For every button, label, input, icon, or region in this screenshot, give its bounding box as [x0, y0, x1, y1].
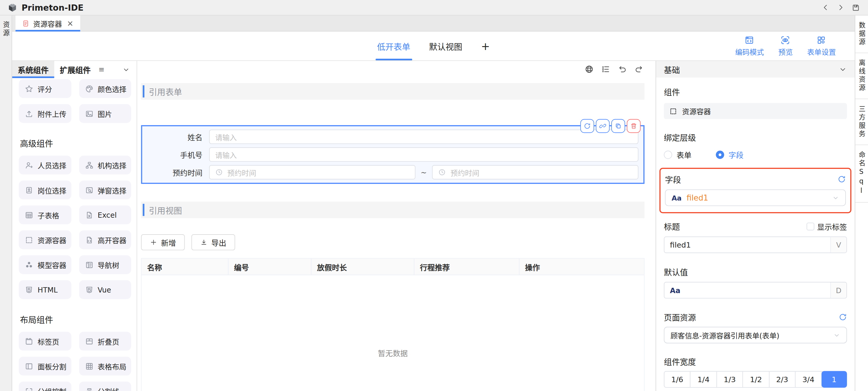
width-option-3/4[interactable]: 3/4: [796, 371, 822, 387]
radio-label: 表单: [677, 149, 692, 160]
side-strip-label: 离线资源: [857, 59, 867, 92]
component-chip[interactable]: 颜色选择: [79, 79, 131, 98]
component-chip-label: 折叠页: [97, 336, 119, 346]
outline-tree-icon[interactable]: [601, 65, 610, 74]
forward-icon[interactable]: [836, 3, 845, 11]
component-chip-label: 分割线: [97, 386, 119, 391]
binding-radio-字段[interactable]: 字段: [716, 149, 744, 160]
component-chip[interactable]: Excel: [79, 205, 131, 224]
binding-radio-表单[interactable]: 表单: [664, 149, 692, 160]
component-chip[interactable]: HTML: [19, 280, 71, 299]
radio-icon[interactable]: [716, 150, 724, 159]
component-chip[interactable]: 标签页: [19, 332, 71, 351]
width-option-1/2[interactable]: 1/2: [743, 371, 769, 387]
export-button[interactable]: 导出: [191, 234, 235, 250]
time-end-input[interactable]: 预约时间: [432, 165, 639, 179]
component-chip[interactable]: 机构选择: [79, 156, 131, 174]
document-tabstrip: 资源容器 ×: [12, 16, 855, 31]
field-select[interactable]: Aa filed1: [665, 189, 846, 206]
title-input-group: filed1 V: [664, 236, 847, 253]
radio-icon[interactable]: [664, 150, 672, 159]
tab-low-code-form[interactable]: 低开表单: [377, 32, 410, 60]
component-chip[interactable]: 表格布局: [79, 357, 131, 375]
toolbar-action-grid-gear[interactable]: 表单设置: [807, 35, 836, 57]
nav-tree-icon: [85, 260, 93, 269]
component-chip[interactable]: 评分: [19, 79, 71, 98]
component-chip[interactable]: Vue: [79, 280, 131, 299]
referenced-view-section-header[interactable]: 引用视图: [141, 202, 644, 218]
show-label-checkbox-group[interactable]: 显示标签: [807, 221, 847, 231]
refresh-fields-icon[interactable]: [838, 175, 846, 184]
component-chip[interactable]: 人员选择: [19, 156, 71, 174]
collapse-palette-icon[interactable]: [122, 66, 130, 73]
palette-icon: [85, 85, 93, 93]
side-strip-item[interactable]: 离线资源: [855, 53, 868, 99]
globe-icon[interactable]: [585, 65, 593, 74]
width-option-2/3[interactable]: 2/3: [769, 371, 796, 387]
referenced-view-title: 引用视图: [149, 204, 182, 216]
toolbar-action-eye-scan[interactable]: 预览: [778, 35, 793, 57]
copy-button[interactable]: [611, 119, 625, 133]
time-start-input[interactable]: 预约时间: [209, 165, 415, 179]
name-input[interactable]: 请输入: [209, 130, 639, 144]
show-label-checkbox[interactable]: [807, 222, 814, 230]
palette-menu-icon[interactable]: ≡: [96, 61, 107, 78]
side-strip-item[interactable]: 三方服务: [855, 99, 868, 145]
component-chip[interactable]: 弹窗选择: [79, 180, 131, 199]
toolbar-action-code-window[interactable]: 编码模式: [735, 35, 764, 57]
width-option-1/6[interactable]: 1/6: [664, 371, 691, 387]
redo-icon[interactable]: [634, 65, 644, 74]
component-chip[interactable]: 模型容器: [19, 255, 71, 274]
close-tab-icon[interactable]: ×: [67, 20, 73, 27]
tab-system-components[interactable]: 系统组件: [12, 61, 54, 78]
component-chip[interactable]: 资源容器: [19, 230, 71, 249]
component-chip[interactable]: 导航树: [79, 255, 131, 274]
component-chip[interactable]: 岗位选择: [19, 180, 71, 199]
inspector-header[interactable]: 基础: [656, 61, 855, 78]
component-chip[interactable]: 面板分割: [19, 357, 71, 375]
undo-icon[interactable]: [618, 65, 627, 74]
refresh-page-resource-icon[interactable]: [839, 313, 847, 321]
referenced-form-section-header[interactable]: 引用表单: [141, 83, 644, 100]
component-palette: 系统组件 扩展组件 ≡ 评分颜色选择附件上传图片高级组件人员选择机构选择岗位选择…: [12, 61, 137, 391]
width-option-1/3[interactable]: 1/3: [717, 371, 743, 387]
component-chip[interactable]: 附件上传: [19, 104, 71, 123]
component-chip[interactable]: 折叠页: [79, 332, 131, 351]
add-view-button[interactable]: +: [481, 40, 490, 52]
component-chip[interactable]: 高开容器: [79, 230, 131, 249]
width-option-1[interactable]: 1: [821, 371, 847, 388]
phone-input[interactable]: 请输入: [209, 147, 639, 162]
component-chip-label: 弹窗选择: [97, 185, 126, 195]
collapse-section-icon[interactable]: [839, 65, 847, 73]
link-button[interactable]: [596, 119, 610, 133]
resource-strip-item[interactable]: 资源: [1, 21, 11, 37]
selected-resource-container[interactable]: 姓名 请输入 手机号 请输入: [141, 125, 644, 184]
title-input[interactable]: filed1: [664, 237, 831, 252]
page-resource-select[interactable]: 顾客信息-资源容器引用表单(表单): [664, 327, 847, 343]
org-icon: [85, 161, 93, 169]
width-option-1/4[interactable]: 1/4: [691, 371, 717, 387]
save-icon[interactable]: [851, 3, 860, 12]
component-chip[interactable]: 子表格: [19, 205, 71, 224]
component-chip[interactable]: 图片: [79, 104, 131, 123]
title-variable-button[interactable]: V: [831, 237, 846, 252]
split-panel-icon: [25, 362, 33, 370]
side-strip-item[interactable]: 数据源: [855, 16, 868, 53]
table-column-header: 名称: [142, 258, 228, 275]
side-strip-item[interactable]: 命名Sql: [855, 145, 868, 203]
component-width-label: 组件宽度: [664, 356, 696, 367]
document-tab-resource-container[interactable]: 资源容器 ×: [16, 16, 80, 31]
refresh-button[interactable]: [580, 119, 594, 133]
left-edge-strip: 资源: [0, 16, 12, 391]
html5-icon: [25, 285, 33, 294]
tab-default-view[interactable]: 默认视图: [429, 32, 462, 60]
default-value-input[interactable]: Aa: [664, 282, 831, 298]
primeton-ide-window: Primeton-IDE 资源 资源容器 × 低开表单: [0, 0, 868, 391]
default-variable-button[interactable]: D: [831, 282, 846, 298]
back-icon[interactable]: [822, 3, 830, 11]
add-record-button[interactable]: 新增: [141, 234, 185, 250]
trash-button[interactable]: [627, 119, 641, 133]
tab-extension-components[interactable]: 扩展组件: [54, 61, 96, 78]
component-chip[interactable]: 分组控制: [19, 382, 71, 391]
component-chip[interactable]: 分割线: [79, 382, 131, 391]
